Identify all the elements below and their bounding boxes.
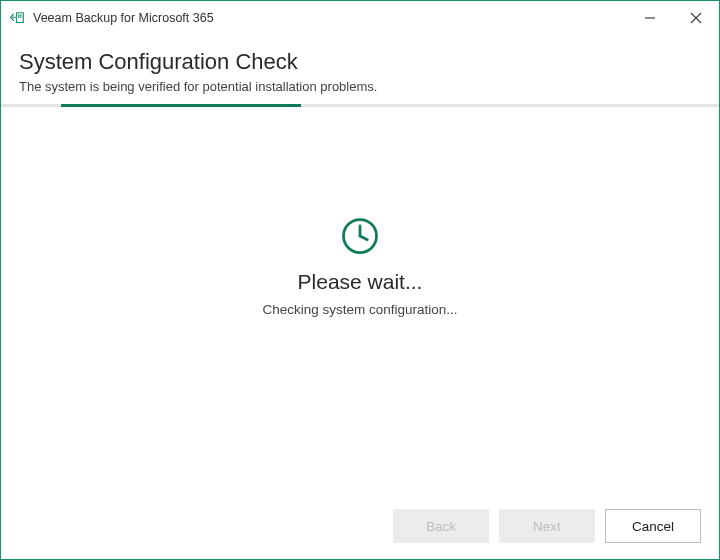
- content-area: Please wait... Checking system configura…: [1, 107, 719, 493]
- svg-line-6: [360, 236, 367, 240]
- next-button: Next: [499, 509, 595, 543]
- cancel-button[interactable]: Cancel: [605, 509, 701, 543]
- page-subtitle: The system is being verified for potenti…: [19, 79, 701, 94]
- clock-icon: [338, 214, 382, 258]
- window-title: Veeam Backup for Microsoft 365: [33, 11, 627, 25]
- svg-rect-0: [18, 15, 21, 17]
- installer-window: Veeam Backup for Microsoft 365 System Co…: [0, 0, 720, 560]
- app-icon: [9, 9, 27, 27]
- progress-fill: [61, 104, 301, 107]
- indeterminate-progress: [1, 104, 719, 107]
- page-header: System Configuration Check The system is…: [1, 35, 719, 104]
- button-bar: Back Next Cancel: [1, 493, 719, 559]
- minimize-button[interactable]: [627, 1, 673, 35]
- titlebar: Veeam Backup for Microsoft 365: [1, 1, 719, 35]
- close-button[interactable]: [673, 1, 719, 35]
- wait-title: Please wait...: [298, 270, 423, 294]
- wait-subtitle: Checking system configuration...: [262, 302, 457, 317]
- page-title: System Configuration Check: [19, 49, 701, 75]
- back-button: Back: [393, 509, 489, 543]
